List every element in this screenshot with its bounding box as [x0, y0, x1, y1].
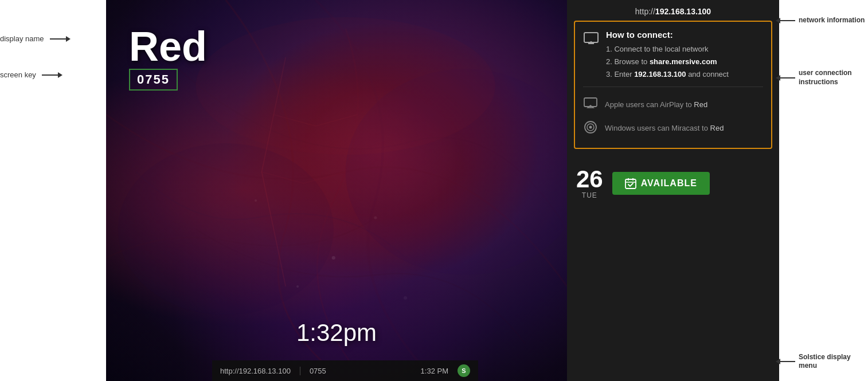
svg-point-3: [332, 256, 335, 260]
date-number: 26: [576, 167, 603, 191]
time-display: 1:32pm: [296, 319, 377, 347]
airplay-icon: [583, 96, 598, 113]
how-to-title: How to connect:: [606, 30, 729, 40]
network-info-label: network information: [799, 16, 865, 25]
network-info-annotation: network information: [779, 16, 865, 25]
divider: [583, 87, 763, 87]
solstice-menu-arrow: [779, 361, 795, 362]
network-info-arrow: [779, 20, 795, 21]
screen-key-annotation-label: screen key: [0, 70, 36, 79]
miracast-icon: [583, 120, 598, 136]
miracast-text: Windows users can Miracast to Red: [605, 124, 724, 132]
step3-prefix: 3. Enter: [606, 70, 634, 78]
date-availability-section: 26 TUE AVAILABLE: [567, 156, 779, 211]
network-url-prefix: http://: [635, 7, 655, 16]
network-ip: 192.168.13.100: [655, 7, 711, 16]
screen-key-box: 0755: [129, 69, 178, 91]
airplay-row: Apple users can AirPlay to Red: [583, 93, 763, 116]
background-image: Red 0755 1:32pm: [106, 0, 567, 381]
airplay-name: Red: [694, 100, 707, 109]
miracast-row: Windows users can Miracast to Red: [583, 116, 763, 140]
user-connection-annotation: user connection instructions: [779, 69, 868, 87]
svg-point-6: [255, 199, 257, 202]
connection-instructions-box: How to connect: 1. Connect to the local …: [574, 21, 772, 149]
right-annotations-panel: network information user connection inst…: [779, 0, 868, 381]
miracast-name: Red: [710, 124, 724, 132]
solstice-menu-label: Solstice display menu: [799, 353, 868, 371]
user-connection-arrow: [779, 77, 795, 78]
status-bar-key: 0755: [300, 367, 326, 375]
step2-prefix: 2. Browse to: [606, 57, 650, 66]
connection-text-block: How to connect: 1. Connect to the local …: [606, 30, 729, 81]
display-name-annotation-label: display name: [0, 34, 44, 43]
step1: 1. Connect to the local network: [606, 43, 729, 56]
step3-suffix: and connect: [686, 70, 729, 78]
svg-point-4: [296, 285, 299, 288]
left-annotations-panel: display name screen key: [0, 0, 106, 381]
display-name-arrow: [50, 38, 67, 40]
step2-site: share.mersive.com: [650, 57, 717, 66]
solstice-logo-letter: S: [462, 367, 466, 374]
airplay-prefix: Apple users can AirPlay to: [605, 100, 694, 109]
step3: 3. Enter 192.168.13.100 and connect: [606, 68, 729, 81]
available-button[interactable]: AVAILABLE: [612, 172, 710, 195]
solstice-logo: S: [458, 364, 470, 377]
display-name-annotation: display name: [0, 34, 106, 43]
svg-rect-8: [584, 33, 598, 42]
screen-key-annotation: screen key: [0, 70, 106, 79]
right-panel: http://192.168.13.100 How to connect: 1.…: [567, 0, 779, 381]
step3-ip: 192.168.13.100: [634, 70, 686, 78]
calendar-check-icon: [625, 178, 636, 189]
status-bar-time: 1:32 PM: [421, 367, 448, 375]
connection-header: How to connect: 1. Connect to the local …: [583, 30, 763, 81]
screen-key-value: 0755: [137, 72, 170, 87]
svg-point-7: [404, 296, 407, 300]
svg-point-5: [374, 217, 377, 219]
miracast-prefix: Windows users can Miracast to: [605, 124, 710, 132]
monitor-icon: [583, 31, 599, 49]
user-connection-label: user connection instructions: [799, 69, 868, 87]
status-bar: http://192.168.13.100 0755 1:32 PM S: [212, 360, 478, 381]
network-url-display: http://192.168.13.100: [567, 0, 779, 21]
main-container: display name screen key: [0, 0, 868, 381]
airplay-text: Apple users can AirPlay to Red: [605, 100, 707, 109]
svg-point-2: [196, 17, 495, 155]
status-bar-url: http://192.168.13.100: [220, 367, 291, 375]
display-name-text: Red: [129, 23, 207, 70]
step2: 2. Browse to share.mersive.com: [606, 56, 729, 68]
date-box: 26 TUE: [576, 167, 603, 199]
step1-text: 1. Connect to the local network: [606, 45, 709, 53]
svg-point-1: [118, 143, 334, 315]
svg-point-13: [589, 126, 592, 129]
svg-rect-14: [625, 179, 636, 188]
display-area: Red 0755 1:32pm http://192.168.13.100 07…: [106, 0, 567, 381]
solstice-menu-annotation: Solstice display menu: [779, 353, 868, 371]
date-day: TUE: [576, 191, 603, 199]
available-label: AVAILABLE: [641, 178, 697, 188]
screen-key-arrow: [42, 74, 59, 76]
